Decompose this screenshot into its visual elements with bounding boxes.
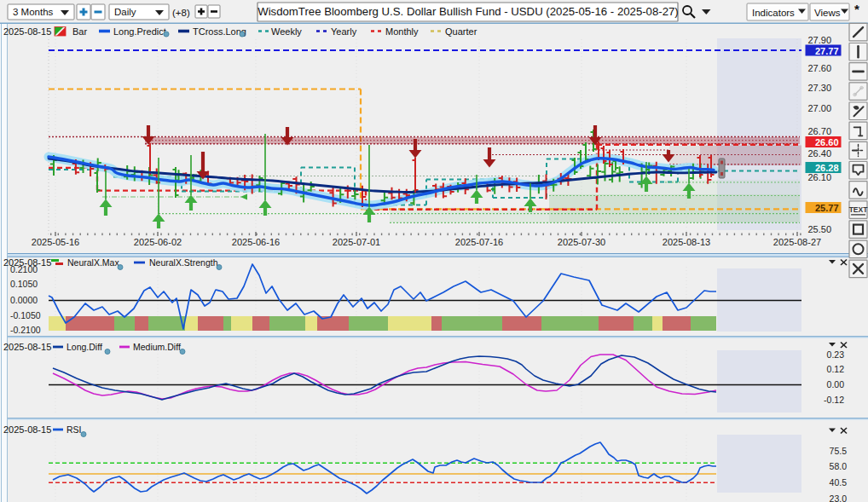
svg-text:2025-07-16: 2025-07-16 [455, 237, 503, 247]
svg-text:Quarter: Quarter [445, 26, 477, 37]
svg-text:Indicators: Indicators [752, 8, 795, 18]
svg-text:26.10: 26.10 [807, 172, 831, 182]
svg-text:Long.Predict: Long.Predict [113, 26, 166, 37]
svg-text:NeuralX.Strength: NeuralX.Strength [149, 257, 218, 268]
svg-text:26.60: 26.60 [815, 137, 839, 147]
svg-text:Long.Diff: Long.Diff [67, 342, 102, 352]
svg-text:Bar: Bar [72, 26, 87, 37]
svg-text:*: * [854, 2, 859, 16]
svg-text:25.77: 25.77 [815, 203, 839, 213]
svg-text:2025-07-01: 2025-07-01 [333, 237, 380, 247]
svg-text:TCross.Long: TCross.Long [193, 26, 246, 37]
svg-text:Daily: Daily [114, 7, 136, 17]
svg-text:26.70: 26.70 [807, 126, 831, 136]
svg-text:2025-06-16: 2025-06-16 [232, 237, 280, 247]
svg-text:23.0: 23.0 [830, 493, 848, 502]
svg-text:RSI: RSI [67, 424, 82, 435]
svg-text:TEXT: TEXT [849, 205, 868, 214]
svg-text:2025-06-02: 2025-06-02 [134, 237, 182, 247]
svg-text:(+8): (+8) [172, 8, 190, 18]
svg-text:27.77: 27.77 [815, 46, 839, 56]
svg-text:27.90: 27.90 [807, 35, 831, 45]
svg-text:-0.12: -0.12 [824, 395, 844, 405]
svg-text:WisdomTree Bloomberg U.S. Doll: WisdomTree Bloomberg U.S. Dollar Bullish… [258, 5, 679, 18]
svg-text:27.60: 27.60 [807, 63, 831, 73]
svg-text:-0.1050: -0.1050 [10, 310, 41, 320]
svg-text:2025-08-15: 2025-08-15 [3, 26, 51, 37]
svg-text:2025-08-27: 2025-08-27 [773, 237, 821, 247]
svg-text:2025-05-16: 2025-05-16 [32, 237, 79, 247]
svg-text:0.0000: 0.0000 [10, 295, 38, 305]
svg-text:Medium.Diff: Medium.Diff [133, 342, 181, 352]
svg-text:27.30: 27.30 [807, 83, 831, 93]
svg-text:0.23: 0.23 [827, 349, 845, 360]
svg-text:2025-08-15: 2025-08-15 [3, 342, 51, 352]
svg-text:26.40: 26.40 [807, 148, 831, 159]
svg-text:Views: Views [814, 8, 841, 18]
svg-text:58.0: 58.0 [830, 461, 848, 471]
svg-text:0.1050: 0.1050 [10, 279, 38, 289]
svg-text:3 Months: 3 Months [13, 7, 54, 17]
svg-text:26.28: 26.28 [815, 163, 839, 173]
svg-text:2025-07-30: 2025-07-30 [558, 237, 605, 247]
svg-text:Yearly: Yearly [331, 26, 357, 37]
svg-text:0.00: 0.00 [827, 379, 845, 389]
svg-text:2025-08-13: 2025-08-13 [663, 237, 710, 247]
svg-text:0.12: 0.12 [827, 364, 845, 374]
svg-text:27.00: 27.00 [807, 103, 831, 113]
svg-text:Monthly: Monthly [385, 26, 419, 37]
svg-text:40.5: 40.5 [830, 477, 848, 488]
svg-text:NeuralX.Max: NeuralX.Max [67, 257, 119, 268]
svg-text:75.5: 75.5 [830, 446, 848, 456]
svg-text:Weekly: Weekly [271, 26, 302, 37]
svg-text:-0.2100: -0.2100 [10, 325, 41, 335]
svg-text:25.50: 25.50 [807, 224, 831, 234]
svg-text:2025-08-15: 2025-08-15 [3, 424, 51, 435]
svg-text:2025-08-15: 2025-08-15 [3, 257, 51, 268]
